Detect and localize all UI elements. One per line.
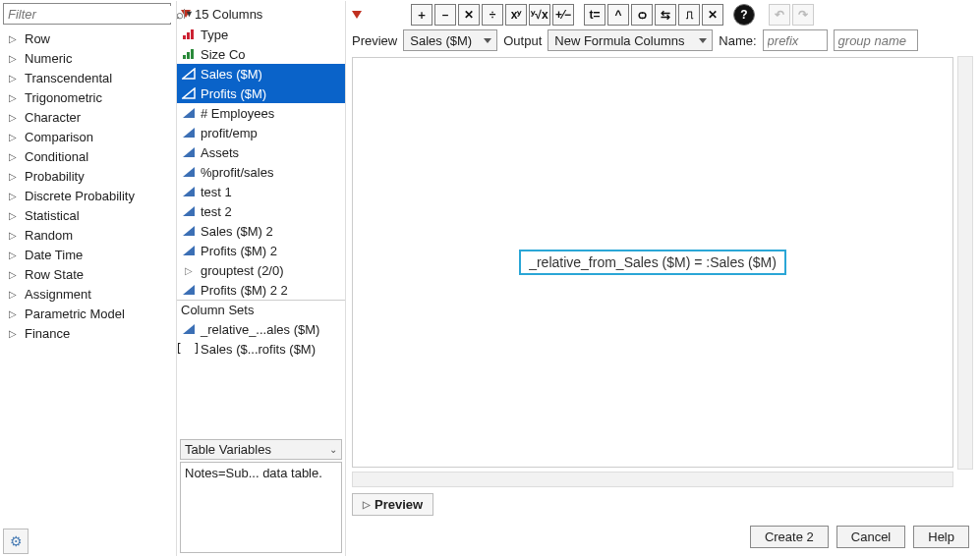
column-item[interactable]: Type xyxy=(177,25,345,44)
columns-header[interactable]: 15 Columns xyxy=(177,3,345,25)
column-item[interactable]: ▷grouptest (2/0) xyxy=(177,260,345,280)
category-item[interactable]: ▷Date Time xyxy=(9,245,175,264)
name-label: Name: xyxy=(719,33,756,48)
column-label: Profits ($M) 2 2 xyxy=(201,283,288,298)
column-label: Profits ($M) xyxy=(201,86,266,101)
brackets-icon: [ ] xyxy=(181,342,197,356)
horizontal-scrollbar[interactable] xyxy=(352,472,953,487)
category-item[interactable]: ▷Random xyxy=(9,225,175,245)
gear-icon[interactable]: ⚙ xyxy=(3,529,29,554)
category-item[interactable]: ▷Trigonometric xyxy=(9,87,175,107)
add-button[interactable]: ＋ xyxy=(411,4,432,26)
disclosure-right-icon: ▷ xyxy=(9,151,21,162)
output-dropdown[interactable]: New Formula Columns xyxy=(548,29,713,51)
plusminus-button[interactable]: +⁄− xyxy=(552,4,574,26)
category-item[interactable]: ▷Comparison xyxy=(9,127,175,146)
help-button[interactable]: Help xyxy=(913,526,969,548)
anchor-button[interactable]: ⎍ xyxy=(678,4,700,26)
disclosure-right-icon: ▷ xyxy=(9,171,21,182)
divide-button[interactable]: ÷ xyxy=(482,4,503,26)
category-item[interactable]: ▷Discrete Probability xyxy=(9,186,175,205)
help-icon[interactable]: ? xyxy=(733,4,755,26)
category-item[interactable]: ▷Statistical xyxy=(9,205,175,225)
column-set-item[interactable]: _relative_...ales ($M) xyxy=(177,319,345,339)
chevron-down-icon: ⌄ xyxy=(329,444,337,455)
columns-count-label: 15 Columns xyxy=(195,7,262,22)
group-name-input[interactable] xyxy=(834,29,918,51)
column-item[interactable]: Sales ($M) 2 xyxy=(177,221,345,241)
column-item[interactable]: %profit/sales xyxy=(177,162,345,182)
svg-rect-0 xyxy=(183,35,186,39)
function-category-panel: ⌕ ▼ ▷Row▷Numeric▷Transcendental▷Trigonom… xyxy=(1,1,176,556)
svg-rect-2 xyxy=(191,29,194,39)
panel-menu-icon[interactable] xyxy=(352,6,366,21)
tri-blue-icon xyxy=(181,126,197,139)
column-set-item[interactable]: [ ]Sales ($...rofits ($M) xyxy=(177,339,345,359)
column-label: Sales ($M) 2 xyxy=(201,224,273,239)
filter-box[interactable]: ⌕ ▼ xyxy=(3,3,171,25)
disclosure-right-icon: ▷ xyxy=(9,132,21,142)
column-label: Size Co xyxy=(201,47,246,62)
delete-button[interactable]: ✕ xyxy=(702,4,723,26)
column-item[interactable]: Profits ($M) xyxy=(177,84,345,103)
column-label: Sales ($M) xyxy=(201,67,262,82)
cancel-button[interactable]: Cancel xyxy=(836,526,905,548)
column-item[interactable]: Profits ($M) 2 2 xyxy=(177,280,345,300)
create-button[interactable]: Create 2 xyxy=(750,526,829,548)
formula-editor-panel: ＋ － ✕ ÷ xʸ ʸ√x +⁄− t= ^ ѻ ⇆ ⎍ ✕ ? ↶ ↷ Pr… xyxy=(345,1,979,556)
column-item[interactable]: test 2 xyxy=(177,201,345,221)
column-item[interactable]: test 1 xyxy=(177,182,345,201)
formula-expression[interactable]: _relative_from_Sales ($M) = :Sales ($M) xyxy=(519,250,786,275)
column-label: Profits ($M) 2 xyxy=(201,244,277,258)
column-sets-header: Column Sets xyxy=(177,301,345,319)
tri-blue-icon xyxy=(181,145,197,159)
options-row: Preview Sales ($M) Output New Formula Co… xyxy=(346,28,979,57)
assign-button[interactable]: t= xyxy=(584,4,605,26)
formula-canvas[interactable]: _relative_from_Sales ($M) = :Sales ($M) xyxy=(352,57,953,468)
category-item[interactable]: ▷Numeric xyxy=(9,48,175,68)
swap-button[interactable]: ⇆ xyxy=(655,4,676,26)
category-item[interactable]: ▷Finance xyxy=(9,323,175,343)
multiply-button[interactable]: ✕ xyxy=(458,4,480,26)
column-item[interactable]: Sales ($M) xyxy=(177,64,345,84)
preview-section-toggle[interactable]: ▷ Preview xyxy=(352,493,433,516)
category-item[interactable]: ▷Transcendental xyxy=(9,68,175,87)
category-item[interactable]: ▷Conditional xyxy=(9,146,175,166)
disclosure-right-icon: ▷ xyxy=(363,499,371,510)
filter-input[interactable] xyxy=(4,6,176,23)
root-button[interactable]: ʸ√x xyxy=(529,4,550,26)
filter-dropdown-icon[interactable]: ▼ xyxy=(184,9,194,19)
column-item[interactable]: Size Co xyxy=(177,44,345,64)
disclosure-right-icon: ▷ xyxy=(9,33,21,44)
svg-rect-5 xyxy=(191,49,194,59)
column-item[interactable]: profit/emp xyxy=(177,123,345,142)
column-item[interactable]: Assets xyxy=(177,142,345,162)
column-item[interactable]: Profits ($M) 2 xyxy=(177,241,345,260)
category-item[interactable]: ▷Probability xyxy=(9,166,175,186)
column-set-label: _relative_...ales ($M) xyxy=(201,322,319,337)
loop-button[interactable]: ѻ xyxy=(631,4,653,26)
column-item[interactable]: # Employees xyxy=(177,103,345,123)
column-label: test 1 xyxy=(201,185,232,199)
category-item[interactable]: ▷Row xyxy=(9,28,175,48)
disclosure-right-icon: ▷ xyxy=(9,308,21,319)
category-item[interactable]: ▷Assignment xyxy=(9,284,175,304)
column-label: Assets xyxy=(201,145,239,160)
category-item[interactable]: ▷Parametric Model xyxy=(9,304,175,323)
bars-red-icon xyxy=(181,28,197,41)
column-label: test 2 xyxy=(201,204,232,219)
preview-dropdown[interactable]: Sales ($M) xyxy=(403,29,497,51)
subtract-button[interactable]: － xyxy=(434,4,456,26)
table-variables-dropdown[interactable]: Table Variables ⌄ xyxy=(180,439,342,460)
category-item[interactable]: ▷Row State xyxy=(9,264,175,284)
column-label: # Employees xyxy=(201,106,274,121)
category-item[interactable]: ▷Character xyxy=(9,107,175,127)
tri-blue-icon xyxy=(181,283,197,297)
vertical-scrollbar[interactable] xyxy=(957,56,973,470)
name-prefix-input[interactable] xyxy=(763,29,828,51)
redo-button[interactable]: ↷ xyxy=(792,4,814,26)
peek-button[interactable]: ^ xyxy=(607,4,629,26)
power-button[interactable]: xʸ xyxy=(505,4,527,26)
search-icon[interactable]: ⌕ xyxy=(176,7,184,22)
undo-button[interactable]: ↶ xyxy=(769,4,790,26)
